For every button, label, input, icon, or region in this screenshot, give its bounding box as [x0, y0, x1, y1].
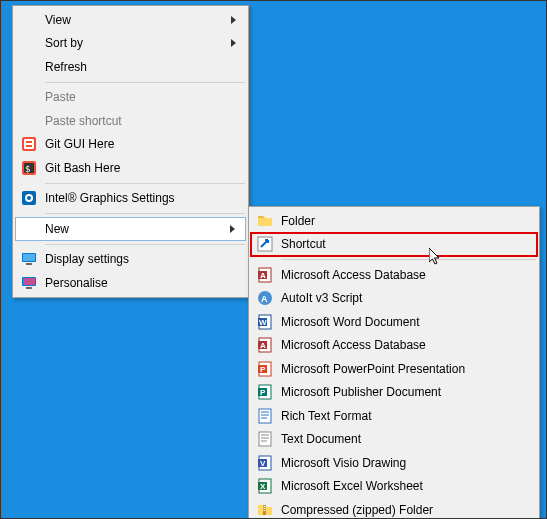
- menu-item-personalise[interactable]: Personalise: [15, 271, 246, 295]
- menu-item-powerpoint[interactable]: P Microsoft PowerPoint Presentation: [251, 357, 537, 381]
- menu-label: Microsoft Excel Worksheet: [281, 479, 423, 493]
- separator: [281, 259, 536, 260]
- chevron-right-icon: [231, 16, 236, 24]
- menu-label: Intel® Graphics Settings: [45, 191, 175, 205]
- menu-label: Microsoft Access Database: [281, 268, 426, 282]
- svg-rect-51: [264, 510, 266, 511]
- menu-label: Sort by: [45, 36, 83, 50]
- menu-label: New: [45, 222, 69, 236]
- menu-item-new[interactable]: New: [15, 217, 246, 241]
- menu-item-excel[interactable]: X Microsoft Excel Worksheet: [251, 475, 537, 499]
- powerpoint-icon: P: [256, 360, 274, 378]
- svg-rect-49: [264, 506, 266, 507]
- menu-label: Microsoft PowerPoint Presentation: [281, 362, 465, 376]
- menu-label: AutoIt v3 Script: [281, 291, 362, 305]
- excel-icon: X: [256, 477, 274, 495]
- autoit-icon: A: [256, 289, 274, 307]
- menu-label: Text Document: [281, 432, 361, 446]
- svg-text:V: V: [260, 459, 266, 468]
- access-icon: A: [256, 336, 274, 354]
- text-icon: [256, 430, 274, 448]
- menu-label: Display settings: [45, 252, 129, 266]
- menu-item-access-db-2[interactable]: A Microsoft Access Database: [251, 334, 537, 358]
- menu-label: Folder: [281, 214, 315, 228]
- svg-rect-34: [259, 409, 271, 423]
- menu-label: Paste: [45, 90, 76, 104]
- svg-rect-38: [259, 432, 271, 446]
- chevron-right-icon: [230, 225, 235, 233]
- svg-text:P: P: [260, 365, 266, 374]
- svg-rect-12: [26, 263, 32, 265]
- zip-icon: [256, 501, 274, 519]
- svg-text:$: $: [25, 164, 30, 174]
- svg-rect-1: [24, 139, 34, 149]
- menu-label: Compressed (zipped) Folder: [281, 503, 433, 517]
- menu-label: Microsoft Access Database: [281, 338, 426, 352]
- separator: [45, 82, 245, 83]
- svg-text:X: X: [260, 482, 266, 491]
- git-gui-icon: [20, 135, 38, 153]
- menu-item-sort-by[interactable]: Sort by: [15, 32, 246, 56]
- git-bash-icon: $: [20, 159, 38, 177]
- access-icon: A: [256, 266, 274, 284]
- menu-item-rtf[interactable]: Rich Text Format: [251, 404, 537, 428]
- menu-item-display-settings[interactable]: Display settings: [15, 248, 246, 272]
- menu-label: Microsoft Publisher Document: [281, 385, 441, 399]
- menu-item-text[interactable]: Text Document: [251, 428, 537, 452]
- menu-item-visio[interactable]: V Microsoft Visio Drawing: [251, 451, 537, 475]
- menu-item-paste-shortcut: Paste shortcut: [15, 109, 246, 133]
- svg-text:W: W: [259, 318, 267, 327]
- word-icon: W: [256, 313, 274, 331]
- display-settings-icon: [20, 250, 38, 268]
- intel-icon: [20, 189, 38, 207]
- svg-rect-3: [26, 145, 32, 147]
- visio-icon: V: [256, 454, 274, 472]
- personalise-icon: [20, 274, 38, 292]
- svg-rect-14: [23, 278, 35, 285]
- svg-point-9: [27, 196, 31, 200]
- svg-rect-50: [264, 508, 266, 509]
- menu-item-view[interactable]: View: [15, 8, 246, 32]
- publisher-icon: P: [256, 383, 274, 401]
- menu-item-git-gui[interactable]: Git GUI Here: [15, 133, 246, 157]
- desktop-context-menu: View Sort by Refresh Paste Paste shortcu…: [12, 5, 249, 298]
- menu-item-shortcut[interactable]: Shortcut: [251, 233, 537, 257]
- menu-label: Microsoft Visio Drawing: [281, 456, 406, 470]
- folder-icon: [256, 212, 274, 230]
- svg-text:A: A: [261, 294, 268, 304]
- menu-item-access-db[interactable]: A Microsoft Access Database: [251, 263, 537, 287]
- menu-label: View: [45, 13, 71, 27]
- menu-item-folder[interactable]: Folder: [251, 209, 537, 233]
- menu-label: Shortcut: [281, 237, 326, 251]
- svg-text:A: A: [260, 341, 266, 350]
- menu-label: Microsoft Word Document: [281, 315, 420, 329]
- menu-item-word[interactable]: W Microsoft Word Document: [251, 310, 537, 334]
- menu-label: Rich Text Format: [281, 409, 371, 423]
- svg-rect-11: [23, 254, 35, 261]
- separator: [45, 213, 245, 214]
- menu-item-refresh[interactable]: Refresh: [15, 55, 246, 79]
- new-submenu: Folder Shortcut A Microsoft Access Datab…: [248, 206, 540, 519]
- menu-label: Refresh: [45, 60, 87, 74]
- separator: [45, 183, 245, 184]
- menu-item-git-bash[interactable]: $ Git Bash Here: [15, 156, 246, 180]
- shortcut-icon: [256, 235, 274, 253]
- menu-item-intel-graphics[interactable]: Intel® Graphics Settings: [15, 187, 246, 211]
- menu-item-zip[interactable]: Compressed (zipped) Folder: [251, 498, 537, 519]
- svg-rect-2: [26, 141, 32, 143]
- menu-label: Personalise: [45, 276, 108, 290]
- svg-text:A: A: [260, 271, 266, 280]
- svg-text:P: P: [260, 388, 266, 397]
- menu-label: Git Bash Here: [45, 161, 120, 175]
- chevron-right-icon: [231, 39, 236, 47]
- menu-item-publisher[interactable]: P Microsoft Publisher Document: [251, 381, 537, 405]
- svg-rect-15: [26, 287, 32, 289]
- separator: [45, 244, 245, 245]
- menu-label: Paste shortcut: [45, 114, 122, 128]
- menu-item-autoit[interactable]: A AutoIt v3 Script: [251, 287, 537, 311]
- rtf-icon: [256, 407, 274, 425]
- menu-label: Git GUI Here: [45, 137, 114, 151]
- menu-item-paste: Paste: [15, 86, 246, 110]
